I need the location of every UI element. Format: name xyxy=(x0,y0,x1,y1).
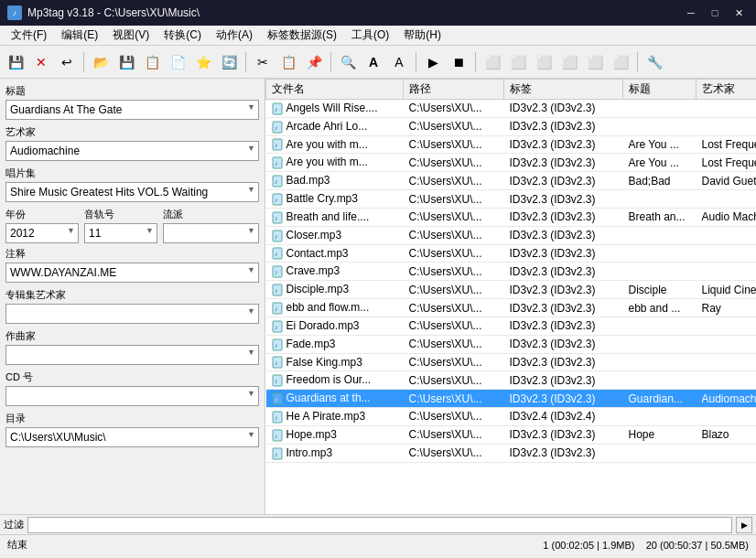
menu-tools[interactable]: 工具(O) xyxy=(344,26,396,45)
cd-label: CD 号 xyxy=(5,370,259,384)
tb-save[interactable]: 💾 xyxy=(4,50,27,74)
tb-refresh[interactable]: 🔄 xyxy=(217,50,241,74)
table-row[interactable]: ♪Ei Dorado.mp3 C:\Users\XU\... ID3v2.3 (… xyxy=(266,317,757,335)
tb-extra3[interactable]: ⬜ xyxy=(532,50,556,74)
table-row[interactable]: ♪Guardians at th... C:\Users\XU\... ID3v… xyxy=(266,390,757,408)
cell-tag: ID3v2.3 (ID3v2.3) xyxy=(504,100,623,118)
dir-select[interactable]: C:\Users\XU\Music\ xyxy=(5,427,259,447)
album-field-row: 唱片集 xyxy=(5,166,259,202)
table-row[interactable]: ♪Contact.mp3 C:\Users\XU\... ID3v2.3 (ID… xyxy=(266,244,757,263)
table-header-row: 文件名 路径 标签 标题 艺术家 xyxy=(266,80,757,100)
cell-artist xyxy=(697,371,757,390)
tb-extra1[interactable]: ⬜ xyxy=(481,50,504,74)
tb-font-a[interactable]: A xyxy=(362,50,385,74)
comment-field-row: 注释 WWW.DAYANZAI.ME xyxy=(5,247,259,283)
tb-extra2[interactable]: ⬜ xyxy=(506,50,530,74)
composer-input[interactable] xyxy=(5,345,259,365)
table-row[interactable]: ♪He A Pirate.mp3 C:\Users\XU\... ID3v2.4… xyxy=(266,408,757,426)
tb-cut[interactable]: ✂ xyxy=(251,50,275,74)
tb-copy[interactable]: 📋 xyxy=(140,50,164,74)
cell-path: C:\Users\XU\... xyxy=(404,444,504,462)
tb-search[interactable]: 🔍 xyxy=(336,50,360,74)
tb-undo[interactable]: ↩ xyxy=(55,50,79,74)
tb-new[interactable]: 📄 xyxy=(166,50,189,74)
year-track-genre-row: 年份 2012 音轨号 11 流派 xyxy=(5,208,259,243)
menu-view[interactable]: 视图(V) xyxy=(105,26,157,45)
cell-tag: ID3v2.3 (ID3v2.3) xyxy=(504,226,623,244)
maximize-button[interactable]: □ xyxy=(705,5,725,21)
tb-sep4 xyxy=(416,52,416,72)
svg-text:♪: ♪ xyxy=(275,215,278,221)
cell-filename: ♪Arcade Ahri Lo... xyxy=(266,117,404,135)
track-select[interactable]: 11 xyxy=(84,223,157,243)
cell-filename: ♪Disciple.mp3 xyxy=(266,281,404,299)
tb-save2[interactable]: 💾 xyxy=(114,50,138,74)
menu-tagsources[interactable]: 标签数据源(S) xyxy=(260,26,344,45)
menu-help[interactable]: 帮助(H) xyxy=(396,26,448,45)
table-row[interactable]: ♪ebb and flow.m... C:\Users\XU\... ID3v2… xyxy=(266,299,757,317)
cell-path: C:\Users\XU\... xyxy=(404,425,504,444)
minimize-button[interactable]: ─ xyxy=(681,5,701,21)
filter-scroll-right[interactable]: ▶ xyxy=(736,517,752,533)
table-row[interactable]: ♪Intro.mp3 C:\Users\XU\... ID3v2.3 (ID3v… xyxy=(266,444,757,462)
filter-input[interactable] xyxy=(27,517,732,533)
tb-stop[interactable]: ⏹ xyxy=(447,50,470,74)
cell-artist xyxy=(697,335,757,353)
table-row[interactable]: ♪Fade.mp3 C:\Users\XU\... ID3v2.3 (ID3v2… xyxy=(266,335,757,353)
table-row[interactable]: ♪Are you with m... C:\Users\XU\... ID3v2… xyxy=(266,154,757,172)
cell-title: Guardian... xyxy=(623,390,697,408)
menu-file[interactable]: 文件(F) xyxy=(4,26,54,45)
svg-text:♪: ♪ xyxy=(275,378,278,384)
artist-input[interactable] xyxy=(5,141,259,161)
total-info: 20 (00:50:37 | 50.5MB) xyxy=(646,540,749,551)
cell-tag: ID3v2.3 (ID3v2.3) xyxy=(504,208,623,226)
cell-filename: ♪Battle Cry.mp3 xyxy=(266,190,404,209)
cell-filename: ♪Hope.mp3 xyxy=(266,425,404,444)
menu-convert[interactable]: 转换(C) xyxy=(157,26,209,45)
year-select[interactable]: 2012 xyxy=(5,223,79,243)
menu-edit[interactable]: 编辑(E) xyxy=(54,26,105,45)
close-button[interactable]: ✕ xyxy=(729,5,749,21)
col-filename: 文件名 xyxy=(266,80,404,100)
cell-title xyxy=(623,353,697,371)
table-row[interactable]: ♪Bad.mp3 C:\Users\XU\... ID3v2.3 (ID3v2.… xyxy=(266,172,757,190)
table-row[interactable]: ♪Freedom is Our... C:\Users\XU\... ID3v2… xyxy=(266,371,757,390)
tb-settings[interactable]: 🔧 xyxy=(643,50,666,74)
cell-filename: ♪Crave.mp3 xyxy=(266,263,404,281)
tb-font-a2[interactable]: A xyxy=(387,50,411,74)
album-input[interactable] xyxy=(5,182,259,202)
filter-input-wrap xyxy=(27,517,732,533)
table-row[interactable]: ♪Hope.mp3 C:\Users\XU\... ID3v2.3 (ID3v2… xyxy=(266,425,757,444)
tb-fav[interactable]: ⭐ xyxy=(191,50,215,74)
album-artist-input[interactable] xyxy=(5,304,259,324)
table-row[interactable]: ♪Disciple.mp3 C:\Users\XU\... ID3v2.3 (I… xyxy=(266,281,757,299)
tb-pin[interactable]: 📌 xyxy=(302,50,326,74)
cell-filename: ♪Bad.mp3 xyxy=(266,172,404,190)
menu-actions[interactable]: 动作(A) xyxy=(209,26,260,45)
tb-extra4[interactable]: ⬜ xyxy=(557,50,581,74)
svg-text:♪: ♪ xyxy=(275,269,278,275)
comment-select[interactable]: WWW.DAYANZAI.ME xyxy=(5,263,259,283)
tb-open-dir[interactable]: 📂 xyxy=(89,50,113,74)
table-row[interactable]: ♪Crave.mp3 C:\Users\XU\... ID3v2.3 (ID3v… xyxy=(266,263,757,281)
title-input[interactable] xyxy=(5,100,259,120)
table-row[interactable]: ♪Battle Cry.mp3 C:\Users\XU\... ID3v2.3 … xyxy=(266,190,757,209)
svg-text:♪: ♪ xyxy=(275,233,278,240)
table-row[interactable]: ♪Closer.mp3 C:\Users\XU\... ID3v2.3 (ID3… xyxy=(266,226,757,244)
file-table[interactable]: 文件名 路径 标签 标题 艺术家 ♪Angels Will Rise.... C… xyxy=(265,79,756,514)
genre-select[interactable] xyxy=(163,223,259,243)
tb-paste[interactable]: 📋 xyxy=(276,50,300,74)
tb-remove[interactable]: ✕ xyxy=(29,50,53,74)
tb-extra5[interactable]: ⬜ xyxy=(583,50,607,74)
svg-text:♪: ♪ xyxy=(275,287,278,294)
table-row[interactable]: ♪Arcade Ahri Lo... C:\Users\XU\... ID3v2… xyxy=(266,117,757,135)
table-row[interactable]: ♪Are you with m... C:\Users\XU\... ID3v2… xyxy=(266,135,757,154)
table-row[interactable]: ♪Angels Will Rise.... C:\Users\XU\... ID… xyxy=(266,100,757,118)
cd-select[interactable] xyxy=(5,386,259,406)
file-icon: ♪ xyxy=(272,374,285,387)
table-row[interactable]: ♪Breath and life.... C:\Users\XU\... ID3… xyxy=(266,208,757,226)
tb-play[interactable]: ▶ xyxy=(421,50,445,74)
table-row[interactable]: ♪False King.mp3 C:\Users\XU\... ID3v2.3 … xyxy=(266,353,757,371)
cell-artist xyxy=(697,444,757,462)
tb-extra6[interactable]: ⬜ xyxy=(609,50,632,74)
